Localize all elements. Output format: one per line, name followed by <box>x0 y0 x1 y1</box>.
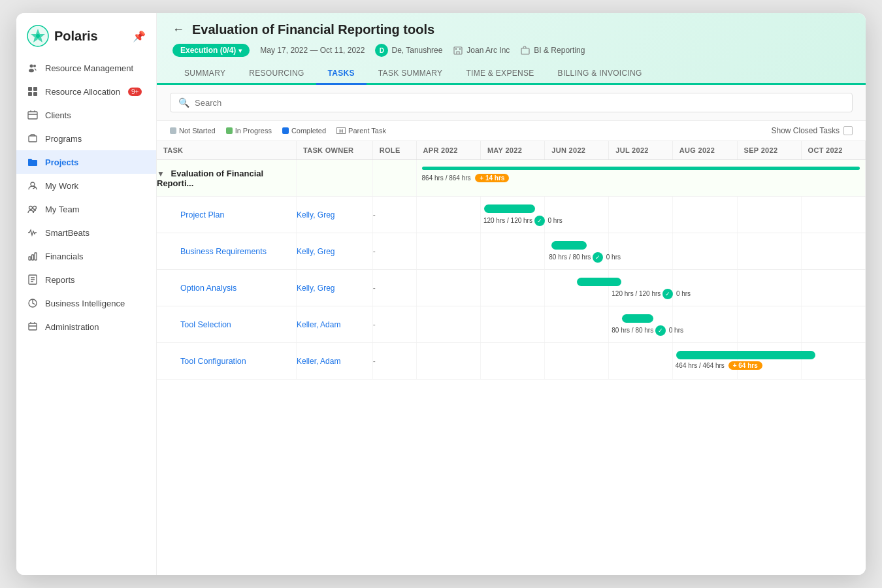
col-header-sep: Sep 2022 <box>737 141 801 160</box>
sidebar-item-resource-management[interactable]: Resource Management <box>16 56 156 80</box>
search-input[interactable] <box>195 98 844 108</box>
task-name-business-req[interactable]: Business Requirements <box>157 233 297 270</box>
label-project-plan: 120 hrs / 120 hrs ✓ 0 hrs <box>483 216 563 226</box>
sidebar-item-financials[interactable]: Financials <box>16 244 156 268</box>
search-wrap[interactable]: 🔍 <box>170 93 853 112</box>
col-header-jul: Jul 2022 <box>609 141 673 160</box>
col-header-task-owner: TASK OWNER <box>297 141 373 160</box>
logo-area: Polaris 📌 <box>16 13 156 56</box>
svg-point-12 <box>29 206 33 210</box>
sidebar-item-programs[interactable]: Programs <box>16 127 156 150</box>
gantt-cell-oa-aug <box>672 270 737 306</box>
col-header-oct: Oct 2022 <box>801 141 865 160</box>
tool-config-badge: + 64 hrs <box>728 361 762 370</box>
task-name-project-plan[interactable]: Project Plan <box>157 197 297 233</box>
project-tabs: SUMMARY RESOURCING TASKS TASK SUMMARY TI… <box>172 63 850 83</box>
gantt-cell-br-jul <box>609 233 673 270</box>
task-name-tool-configuration[interactable]: Tool Configuration <box>157 343 297 380</box>
svg-rect-6 <box>33 87 37 91</box>
legend-not-started: Not Started <box>170 127 216 135</box>
task-name-option-analysis[interactable]: Option Analysis <box>157 270 297 306</box>
show-closed-tasks[interactable]: Show Closed Tasks <box>772 126 853 135</box>
tab-summary[interactable]: SUMMARY <box>172 63 237 85</box>
task-owner-tool-configuration: Keller, Adam <box>297 343 373 380</box>
task-owner-option-analysis: Kelly, Greg <box>297 270 373 306</box>
people-icon <box>27 62 39 74</box>
sidebar-item-my-team[interactable]: My Team <box>16 197 156 221</box>
tab-tasks[interactable]: TASKS <box>316 63 367 85</box>
sidebar-item-reports[interactable]: Reports <box>16 268 156 291</box>
sidebar-label-my-team: My Team <box>45 204 80 214</box>
table-row-tool-selection: Tool Selection Keller, Adam - 80 hrs / 8… <box>157 306 866 343</box>
legend-completed: Completed <box>282 127 326 135</box>
svg-rect-21 <box>455 48 457 50</box>
gantt-cell-oa-jun <box>545 270 609 306</box>
collapse-arrow[interactable]: ▼ <box>157 169 165 178</box>
bar-tool-config <box>676 351 815 359</box>
tab-resourcing[interactable]: RESOURCING <box>237 63 316 85</box>
show-closed-checkbox[interactable] <box>843 126 853 135</box>
svg-rect-10 <box>29 136 37 142</box>
tab-task-summary[interactable]: TASK SUMMARY <box>367 63 455 85</box>
parent-gantt-bar <box>422 167 860 170</box>
task-role-tool-selection: - <box>372 306 416 343</box>
sidebar-item-my-work[interactable]: My Work <box>16 174 156 197</box>
project-company-pill: Joan Arc Inc <box>453 45 510 56</box>
back-button[interactable]: ← <box>172 23 184 37</box>
gantt-cell-pp-sep <box>737 197 801 233</box>
table-row-parent: ▼ Evaluation of Financial Reporti... 864 <box>157 160 866 197</box>
svg-point-2 <box>30 65 33 68</box>
project-category: BI & Reporting <box>534 46 585 55</box>
polaris-logo-icon <box>27 25 49 47</box>
resource-allocation-badge: 9+ <box>128 88 142 96</box>
parent-badge: + 14 hrs <box>475 174 509 182</box>
pin-icon[interactable]: 📌 <box>133 30 146 42</box>
sidebar-item-clients[interactable]: Clients <box>16 103 156 127</box>
gantt-cell-tc-aug: 464 hrs / 464 hrs + 64 hrs <box>672 343 737 380</box>
gantt-cell-tc-may <box>480 343 544 380</box>
sidebar-label-financials: Financials <box>45 252 84 261</box>
project-category-pill: BI & Reporting <box>520 45 585 56</box>
gantt-cell-ts-may <box>480 306 544 343</box>
svg-point-3 <box>29 69 34 73</box>
gantt-cell-pp-aug <box>672 197 737 233</box>
col-header-role: ROLE <box>372 141 416 160</box>
parent-owner-cell <box>297 160 373 197</box>
gantt-cell-ts-aug <box>672 306 737 343</box>
sidebar-label-administration: Administration <box>45 322 99 332</box>
svg-point-13 <box>33 206 37 210</box>
sidebar-item-smartbeats[interactable]: SmartBeats <box>16 221 156 244</box>
building-icon <box>453 45 463 56</box>
sidebar-label-reports: Reports <box>45 275 75 285</box>
svg-point-11 <box>31 182 35 186</box>
tab-time-expense[interactable]: TIME & EXPENSE <box>454 63 546 85</box>
project-owner-pill: D De, Tanushree <box>375 44 442 57</box>
programs-icon <box>27 133 39 144</box>
task-name-tool-selection[interactable]: Tool Selection <box>157 306 297 343</box>
sidebar: Polaris 📌 Resource Management Resource A… <box>16 13 157 575</box>
col-header-aug: Aug 2022 <box>672 141 737 160</box>
table-row-business-requirements: Business Requirements Kelly, Greg - 80 h… <box>157 233 866 270</box>
sidebar-item-resource-allocation[interactable]: Resource Allocation 9+ <box>16 80 156 103</box>
gantt-cell-pp-jul <box>609 197 673 233</box>
table-row-tool-configuration: Tool Configuration Keller, Adam - <box>157 343 866 380</box>
svg-rect-15 <box>32 255 34 260</box>
task-role-tool-configuration: - <box>372 343 416 380</box>
svg-rect-8 <box>33 92 37 96</box>
not-started-dot <box>170 127 176 134</box>
parent-task-icon: H <box>336 127 346 134</box>
tab-billing-invoicing[interactable]: BILLING & INVOICING <box>546 63 654 85</box>
in-progress-label: In Progress <box>235 127 272 135</box>
gantt-cell-ts-apr <box>416 306 480 343</box>
col-header-apr: Apr 2022 <box>416 141 480 160</box>
sidebar-label-my-work: My Work <box>45 181 78 191</box>
label-business-req: 80 hrs / 80 hrs ✓ 0 hrs <box>549 252 621 263</box>
sidebar-item-projects[interactable]: Projects <box>16 150 156 174</box>
gantt-cell-br-may <box>480 233 544 270</box>
project-status-badge[interactable]: Execution (0/4) ▾ <box>172 44 250 57</box>
clients-icon <box>27 109 39 121</box>
task-owner-tool-selection: Keller, Adam <box>297 306 373 343</box>
sidebar-item-business-intelligence[interactable]: Business Intelligence <box>16 291 156 315</box>
sidebar-item-administration[interactable]: Administration <box>16 315 156 338</box>
not-started-label: Not Started <box>179 127 216 135</box>
